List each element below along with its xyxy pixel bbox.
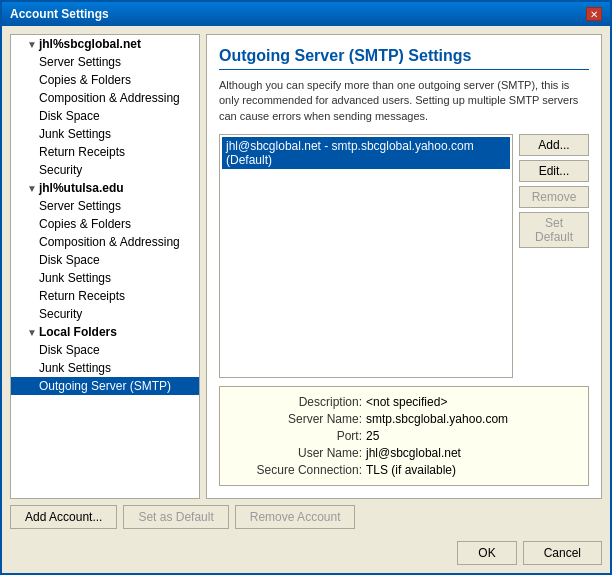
sidebar-item-composition-1[interactable]: Composition & Addressing xyxy=(11,89,199,107)
edit-smtp-button[interactable]: Edit... xyxy=(519,160,589,182)
action-buttons: OK Cancel xyxy=(10,541,602,565)
bottom-buttons: Add Account... Set as Default Remove Acc… xyxy=(10,505,602,529)
description-value: <not specified> xyxy=(366,395,576,409)
smtp-buttons: Add... Edit... Remove Set Default xyxy=(519,134,589,378)
server-name-label: Server Name: xyxy=(232,412,362,426)
sidebar-item-security-1[interactable]: Security xyxy=(11,161,199,179)
close-button[interactable]: ✕ xyxy=(586,7,602,21)
content-panel: Outgoing Server (SMTP) Settings Although… xyxy=(206,34,602,499)
smtp-list-area: jhl@sbcglobal.net - smtp.sbcglobal.yahoo… xyxy=(219,134,589,378)
remove-account-button[interactable]: Remove Account xyxy=(235,505,356,529)
add-smtp-button[interactable]: Add... xyxy=(519,134,589,156)
title-bar: Account Settings ✕ xyxy=(2,2,610,26)
collapse-icon: ▼ xyxy=(27,39,37,50)
account-utulsa[interactable]: ▼ jhl%utulsa.edu xyxy=(11,179,199,197)
account-sbcglobal-label: jhl%sbcglobal.net xyxy=(39,37,141,51)
local-folders-label: Local Folders xyxy=(39,325,117,339)
sidebar-item-security-2[interactable]: Security xyxy=(11,305,199,323)
account-sbcglobal[interactable]: ▼ jhl%sbcglobal.net xyxy=(11,35,199,53)
smtp-listbox[interactable]: jhl@sbcglobal.net - smtp.sbcglobal.yahoo… xyxy=(219,134,513,378)
window-title: Account Settings xyxy=(10,7,109,21)
secure-conn-value: TLS (if available) xyxy=(366,463,576,477)
local-folders[interactable]: ▼ Local Folders xyxy=(11,323,199,341)
sidebar-item-return-receipts-1[interactable]: Return Receipts xyxy=(11,143,199,161)
content-area: Outgoing Server (SMTP) Settings Although… xyxy=(206,34,602,499)
sidebar-item-diskspace-local[interactable]: Disk Space xyxy=(11,341,199,359)
description-text: Although you can specify more than one o… xyxy=(219,78,589,124)
port-label: Port: xyxy=(232,429,362,443)
sidebar-item-junk-2[interactable]: Junk Settings xyxy=(11,269,199,287)
window-body: ▼ jhl%sbcglobal.net Server Settings Copi… xyxy=(2,26,610,573)
sidebar-item-outgoing-smtp[interactable]: Outgoing Server (SMTP) xyxy=(11,377,199,395)
remove-smtp-button[interactable]: Remove xyxy=(519,186,589,208)
sidebar-item-return-receipts-2[interactable]: Return Receipts xyxy=(11,287,199,305)
cancel-button[interactable]: Cancel xyxy=(523,541,602,565)
set-default-smtp-button[interactable]: Set Default xyxy=(519,212,589,248)
server-name-value: smtp.sbcglobal.yahoo.com xyxy=(366,412,576,426)
add-account-button[interactable]: Add Account... xyxy=(10,505,117,529)
sidebar-item-diskspace-1[interactable]: Disk Space xyxy=(11,107,199,125)
user-name-label: User Name: xyxy=(232,446,362,460)
account-utulsa-label: jhl%utulsa.edu xyxy=(39,181,124,195)
set-as-default-button[interactable]: Set as Default xyxy=(123,505,228,529)
secure-conn-label: Secure Connection: xyxy=(232,463,362,477)
user-name-value: jhl@sbcglobal.net xyxy=(366,446,576,460)
account-settings-window: Account Settings ✕ ▼ jhl%sbcglobal.net S… xyxy=(0,0,612,575)
main-area: ▼ jhl%sbcglobal.net Server Settings Copi… xyxy=(10,34,602,499)
collapse-icon-3: ▼ xyxy=(27,327,37,338)
sidebar-item-server-settings-1[interactable]: Server Settings xyxy=(11,53,199,71)
sidebar-item-composition-2[interactable]: Composition & Addressing xyxy=(11,233,199,251)
sidebar-item-junk-local[interactable]: Junk Settings xyxy=(11,359,199,377)
sidebar: ▼ jhl%sbcglobal.net Server Settings Copi… xyxy=(10,34,200,499)
sidebar-item-junk-1[interactable]: Junk Settings xyxy=(11,125,199,143)
smtp-list-item[interactable]: jhl@sbcglobal.net - smtp.sbcglobal.yahoo… xyxy=(222,137,510,169)
sidebar-item-server-settings-2[interactable]: Server Settings xyxy=(11,197,199,215)
port-value: 25 xyxy=(366,429,576,443)
sidebar-item-copies-folders-1[interactable]: Copies & Folders xyxy=(11,71,199,89)
sidebar-item-diskspace-2[interactable]: Disk Space xyxy=(11,251,199,269)
sidebar-item-copies-folders-2[interactable]: Copies & Folders xyxy=(11,215,199,233)
content-title: Outgoing Server (SMTP) Settings xyxy=(219,47,589,70)
details-panel: Description: <not specified> Server Name… xyxy=(219,386,589,486)
collapse-icon-2: ▼ xyxy=(27,183,37,194)
description-label: Description: xyxy=(232,395,362,409)
ok-button[interactable]: OK xyxy=(457,541,516,565)
details-section: Description: <not specified> Server Name… xyxy=(219,386,589,486)
